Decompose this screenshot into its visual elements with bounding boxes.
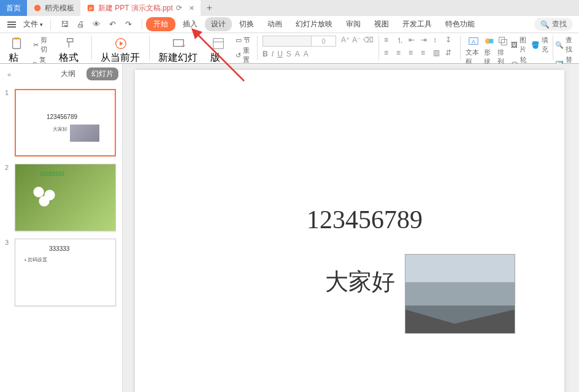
tab-sync-icon[interactable]: ⟳	[176, 4, 182, 12]
menu-review[interactable]: 审阅	[340, 15, 367, 33]
thumbnail-2[interactable]: 22222222	[15, 164, 116, 231]
section-button[interactable]: ▭节	[236, 36, 253, 45]
svg-rect-9	[213, 39, 224, 49]
thumb3-title: 333333	[49, 245, 69, 252]
bullets-button[interactable]: ≡	[384, 36, 394, 46]
clear-format-button[interactable]: ⌫	[363, 36, 374, 44]
increase-font-button[interactable]: A⁺	[341, 36, 350, 44]
hamburger-icon[interactable]	[5, 19, 18, 30]
picture-label: 图片	[520, 36, 529, 54]
tab-document-label: 新建 PPT 演示文稿.ppt	[98, 3, 173, 13]
cut-icon: ✂	[33, 41, 39, 49]
file-menu[interactable]: 文件 ▾	[20, 19, 47, 29]
menu-start[interactable]: 开始	[146, 17, 175, 31]
align-left-button[interactable]: ≡	[384, 48, 394, 57]
separator	[378, 36, 379, 60]
tab-home-label: 首页	[6, 3, 21, 13]
underline-button[interactable]: U	[277, 50, 283, 58]
thumbnail-3[interactable]: 333333 • 页码设置	[15, 239, 116, 306]
cut-button[interactable]: ✂剪切	[33, 36, 50, 54]
slide-canvas[interactable]: 123456789 大家好	[135, 70, 564, 392]
save-icon[interactable]: 🖫	[59, 20, 69, 29]
svg-rect-15	[499, 37, 504, 43]
columns-button[interactable]: ▥	[433, 48, 443, 57]
paragraph-group: ≡ ⒈ ⇤ ⇥ ↕ ↧ ≡ ≡ ≡ ≡ ▥ ⇵	[384, 36, 455, 57]
slide-title-text[interactable]: 123456789	[307, 205, 423, 234]
tab-home[interactable]: 首页	[0, 0, 27, 16]
new-tab-button[interactable]: +	[201, 2, 218, 13]
fill-button[interactable]: 🪣填充	[531, 36, 550, 54]
search-placeholder: 查找	[552, 19, 567, 29]
section-label: 节	[243, 36, 250, 45]
menu-slideshow[interactable]: 幻灯片放映	[290, 15, 339, 33]
indent-increase-button[interactable]: ⇥	[421, 36, 431, 46]
menu-features[interactable]: 特色功能	[439, 15, 481, 33]
search-box[interactable]: 🔍 查找	[534, 18, 573, 31]
slide-image[interactable]	[405, 254, 515, 334]
ribbon-toolbar: 粘贴 ✂剪切 ⎘复制 格式刷 从当前开始 + 新建幻灯片 版式 ▭节 ↺重置 B…	[0, 33, 579, 64]
new-slide-icon: +	[172, 37, 185, 50]
cut-label: 剪切	[40, 36, 50, 54]
section-icon: ▭	[236, 36, 242, 44]
vertical-scrollbar[interactable]	[570, 64, 579, 392]
tab-document[interactable]: P 新建 PPT 演示文稿.ppt ⟳ ✕	[80, 0, 201, 16]
side-tab-outline[interactable]: 大纲	[56, 67, 80, 80]
chevron-down-icon: ▾	[40, 21, 43, 28]
font-size-input[interactable]	[312, 36, 336, 47]
canvas-area: 123456789 大家好	[123, 64, 579, 392]
picture-button[interactable]: 🖼图片	[511, 36, 529, 54]
menu-transition[interactable]: 切换	[233, 15, 260, 33]
menu-view[interactable]: 视图	[368, 15, 395, 33]
tab-close-icon[interactable]: ✕	[189, 4, 194, 12]
font-family-input[interactable]	[263, 36, 312, 47]
menu-design[interactable]: 设计	[205, 17, 232, 31]
thumbnail-1[interactable]: 123456789 大家好	[15, 89, 116, 156]
reset-button[interactable]: ↺重置	[236, 46, 253, 64]
menu-bar: 文件 ▾ 🖫 🖨 👁 ↶ ↷ 开始 插入 设计 切换 动画 幻灯片放映 审阅 视…	[0, 16, 579, 33]
thumb3-bullet: • 页码设置	[25, 256, 47, 263]
svg-text:+: +	[182, 42, 185, 49]
svg-rect-3	[13, 39, 21, 49]
side-tab-slides[interactable]: 幻灯片	[86, 67, 118, 80]
align-center-button[interactable]: ≡	[396, 48, 406, 57]
font-color-button[interactable]: A	[295, 50, 300, 58]
line-spacing-button[interactable]: ↕	[433, 36, 443, 46]
strike-button[interactable]: S	[286, 50, 291, 58]
bold-button[interactable]: B	[263, 50, 268, 58]
quick-access: 🖫 🖨 👁 ↶ ↷	[55, 20, 138, 29]
align-vert-button[interactable]: ⇵	[445, 48, 455, 57]
align-right-button[interactable]: ≡	[408, 48, 418, 57]
print-icon[interactable]: 🖨	[75, 20, 85, 29]
reset-icon: ↺	[236, 52, 241, 60]
highlight-button[interactable]: A	[304, 50, 309, 58]
menu-insert[interactable]: 插入	[177, 15, 204, 33]
paste-icon	[10, 37, 23, 50]
menu-devtools[interactable]: 开发工具	[396, 15, 438, 33]
separator	[142, 19, 142, 30]
thumb2-text: 22222222	[40, 171, 64, 177]
thumb-number: 1	[5, 89, 11, 156]
italic-button[interactable]: I	[272, 50, 274, 58]
separator	[257, 36, 258, 60]
fill-icon: 🪣	[531, 41, 540, 49]
collapse-panel-icon[interactable]: «	[7, 71, 11, 78]
file-menu-label: 文件	[23, 19, 38, 29]
textbox-icon: A	[468, 36, 479, 47]
svg-text:P: P	[89, 6, 92, 12]
thumb-number: 3	[5, 239, 11, 306]
svg-rect-14	[489, 39, 493, 43]
numbering-button[interactable]: ⒈	[396, 36, 406, 46]
preview-icon[interactable]: 👁	[91, 20, 101, 29]
slide-subtitle-text[interactable]: 大家好	[325, 266, 395, 298]
indent-decrease-button[interactable]: ⇤	[408, 36, 418, 46]
redo-icon[interactable]: ↷	[123, 20, 133, 29]
text-direction-button[interactable]: ↧	[445, 36, 455, 46]
undo-icon[interactable]: ↶	[107, 20, 117, 29]
document-tabs: 首页 稻壳模板 P 新建 PPT 演示文稿.ppt ⟳ ✕ +	[0, 0, 579, 16]
find-icon: 🔍	[555, 41, 564, 49]
find-button[interactable]: 🔍查找	[555, 36, 574, 54]
menu-animation[interactable]: 动画	[261, 15, 288, 33]
decrease-font-button[interactable]: A⁻	[352, 36, 361, 44]
tab-template[interactable]: 稻壳模板	[27, 0, 80, 16]
align-justify-button[interactable]: ≡	[421, 48, 431, 57]
